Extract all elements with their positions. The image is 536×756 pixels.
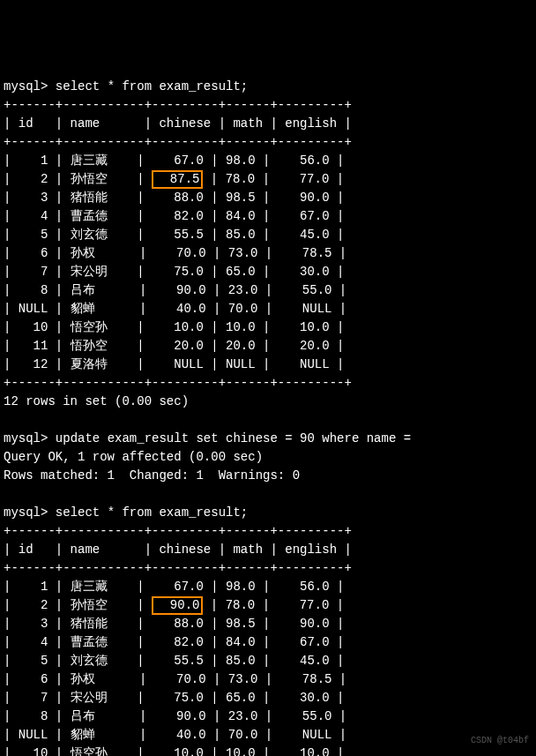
- mysql-prompt: mysql>: [4, 431, 48, 445]
- sql-query[interactable]: select * from exam_result;: [56, 505, 248, 520]
- result-table-2: +------+-----------+---------+------+---…: [4, 524, 352, 756]
- rows-summary: 12 rows in set (0.00 sec): [4, 394, 189, 408]
- rows-matched-message: Rows matched: 1 Changed: 1 Warnings: 0: [4, 468, 300, 483]
- sql-update-query[interactable]: update exam_result set chinese = 90 wher…: [56, 431, 411, 445]
- mysql-prompt: mysql>: [4, 505, 48, 520]
- result-table-1: +------+-----------+---------+------+---…: [4, 98, 352, 390]
- watermark: CSDN @t04bf: [471, 734, 529, 747]
- query-ok-message: Query OK, 1 row affected (0.00 sec): [4, 450, 263, 464]
- mysql-prompt: mysql>: [4, 79, 48, 94]
- terminal-output: mysql> select * from exam_result; +-----…: [4, 78, 536, 756]
- sql-query[interactable]: select * from exam_result;: [56, 79, 248, 94]
